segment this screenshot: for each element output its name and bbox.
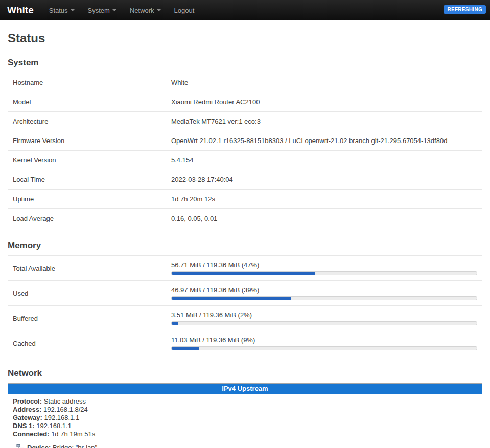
table-row: Firmware Version OpenWrt 21.02.1 r16325-… [8, 131, 482, 151]
memory-value-text: 3.51 MiB / 119.36 MiB (2%) [171, 311, 477, 319]
brand-title[interactable]: White [7, 5, 34, 16]
row-value: MediaTek MT7621 ver:1 eco:3 [166, 112, 482, 131]
memory-table: Total Available 56.71 MiB / 119.36 MiB (… [8, 255, 482, 356]
memory-progressbar [171, 346, 477, 350]
nav-item-label: System [88, 7, 110, 14]
top-navbar: White Status System Network Logout REFRE… [0, 0, 490, 20]
page-title: Status [8, 31, 482, 45]
memory-progressbar-fill [172, 347, 199, 350]
nav-item-label: Network [130, 7, 154, 14]
nav-item-network[interactable]: Network [130, 7, 161, 14]
field-value: 192.168.1.8/24 [43, 406, 88, 413]
section-heading-network: Network [8, 368, 482, 379]
row-value: 3.51 MiB / 119.36 MiB (2%) [166, 306, 482, 331]
upstream-field-gateway: Gateway: 192.168.1.1 [13, 414, 477, 422]
chevron-down-icon [157, 9, 161, 11]
memory-value-text: 56.71 MiB / 119.36 MiB (47%) [171, 261, 477, 269]
table-row: Used 46.97 MiB / 119.36 MiB (39%) [8, 281, 482, 306]
nav-item-logout[interactable]: Logout [174, 7, 195, 14]
memory-progressbar-fill [172, 322, 178, 325]
row-value: 46.97 MiB / 119.36 MiB (39%) [166, 281, 482, 306]
row-value: 2022-03-28 17:40:04 [166, 170, 482, 190]
table-row: Architecture MediaTek MT7621 ver:1 eco:3 [8, 112, 482, 131]
row-label: Local Time [8, 170, 166, 190]
row-value: OpenWrt 21.02.1 r16325-88151b8303 / LuCI… [166, 131, 482, 151]
ipv4-upstream-body: Protocol: Static address Address: 192.16… [8, 394, 482, 448]
ipv4-upstream-header: IPv4 Upstream [8, 384, 482, 394]
nav-item-label: Logout [174, 7, 195, 14]
field-value: 192.168.1.1 [44, 414, 79, 421]
row-label: Kernel Version [8, 151, 166, 170]
memory-progressbar [171, 296, 477, 300]
row-value: 56.71 MiB / 119.36 MiB (47%) [166, 256, 482, 281]
device-label: Device: [27, 444, 51, 448]
section-heading-system: System [8, 58, 482, 68]
field-label: DNS 1: [13, 422, 35, 430]
memory-value-text: 46.97 MiB / 119.36 MiB (39%) [171, 286, 477, 294]
row-label: Load Average [8, 209, 166, 228]
table-row: Local Time 2022-03-28 17:40:04 [8, 170, 482, 190]
device-line: Device: Bridge: "br-lan" [16, 443, 474, 448]
table-row: Cached 11.03 MiB / 119.36 MiB (9%) [8, 331, 482, 356]
nav-item-system[interactable]: System [88, 7, 116, 14]
row-label: Cached [8, 331, 166, 356]
table-row: Model Xiaomi Redmi Router AC2100 [8, 92, 482, 112]
table-row: Load Average 0.16, 0.05, 0.01 [8, 209, 482, 228]
field-label: Protocol: [13, 397, 42, 405]
memory-progressbar [171, 271, 477, 275]
field-value: 1d 7h 19m 51s [51, 430, 95, 438]
row-label: Architecture [8, 112, 166, 131]
row-label: Buffered [8, 306, 166, 331]
device-value: Bridge: "br-lan" [53, 444, 97, 448]
memory-progressbar-fill [172, 272, 315, 275]
table-row: Hostname White [8, 73, 482, 92]
row-label: Firmware Version [8, 131, 166, 151]
row-label: Model [8, 92, 166, 112]
row-value: 0.16, 0.05, 0.01 [166, 209, 482, 228]
memory-progressbar-fill [172, 297, 291, 300]
row-value: Xiaomi Redmi Router AC2100 [166, 92, 482, 112]
row-label: Total Available [8, 256, 166, 281]
table-row: Kernel Version 5.4.154 [8, 151, 482, 170]
upstream-device-box: Device: Bridge: "br-lan" MAC address: [13, 441, 477, 448]
main-content: Status System Hostname White Model Xiaom… [0, 31, 490, 448]
system-table: Hostname White Model Xiaomi Redmi Router… [8, 73, 482, 228]
field-value: 192.168.1.1 [36, 422, 72, 430]
refreshing-indicator[interactable]: REFRESHING [444, 5, 486, 14]
table-row: Uptime 1d 7h 20m 12s [8, 190, 482, 209]
nav-item-status[interactable]: Status [49, 7, 75, 14]
upstream-field-dns: DNS 1: 192.168.1.1 [13, 422, 477, 430]
field-label: Connected: [13, 430, 50, 438]
section-heading-memory: Memory [8, 241, 482, 251]
row-label: Hostname [8, 73, 166, 92]
table-row: Buffered 3.51 MiB / 119.36 MiB (2%) [8, 306, 482, 331]
bridge-icon [16, 444, 24, 448]
field-value: Static address [44, 397, 86, 405]
upstream-field-connected: Connected: 1d 7h 19m 51s [13, 430, 477, 438]
chevron-down-icon [71, 9, 75, 11]
device-text: Device: Bridge: "br-lan" [27, 443, 97, 448]
upstream-field-address: Address: 192.168.1.8/24 [13, 406, 477, 414]
chevron-down-icon [112, 9, 116, 11]
row-value: 5.4.154 [166, 151, 482, 170]
row-value: 11.03 MiB / 119.36 MiB (9%) [166, 331, 482, 356]
table-row: Total Available 56.71 MiB / 119.36 MiB (… [8, 256, 482, 281]
ipv4-upstream-box: IPv4 Upstream Protocol: Static address A… [8, 383, 482, 448]
row-value: 1d 7h 20m 12s [166, 190, 482, 209]
memory-progressbar [171, 321, 477, 325]
nav-item-label: Status [49, 7, 68, 14]
row-label: Uptime [8, 190, 166, 209]
upstream-field-protocol: Protocol: Static address [13, 397, 477, 406]
row-value: White [166, 73, 482, 92]
field-label: Gateway: [13, 414, 42, 421]
memory-value-text: 11.03 MiB / 119.36 MiB (9%) [171, 336, 477, 344]
row-label: Used [8, 281, 166, 306]
field-label: Address: [13, 406, 41, 413]
